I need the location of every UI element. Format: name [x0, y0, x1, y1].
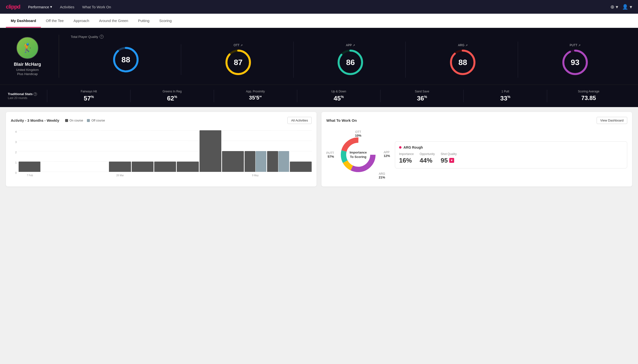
score-value-putt: 93	[571, 58, 579, 67]
donut-chart-area: OTT 10% APP 12% ARG 21% PUTT 57%	[326, 128, 390, 182]
player-country: United Kingdom	[16, 68, 39, 72]
legend-off-course: Off course	[87, 119, 105, 122]
stat-fairways-hit: Fairways Hit 57%	[47, 90, 130, 102]
user-icon[interactable]: 👤 ▾	[622, 4, 632, 10]
nav-performance[interactable]: Performance ▾	[28, 5, 52, 9]
bar-on-course-10	[245, 151, 255, 172]
bar-on-course-5	[132, 162, 153, 172]
on-course-dot	[65, 119, 68, 122]
score-overall: 88	[71, 44, 181, 75]
bars-area: 7 Feb28 Mar9 May	[19, 128, 312, 177]
score-ott: OTT↗ 87	[183, 42, 294, 78]
bar-on-course-0	[19, 162, 40, 172]
donut-center-text: ImportanceTo Scoring	[350, 150, 367, 159]
bar-group-7	[177, 130, 198, 172]
bars-container	[19, 130, 312, 172]
nav-right: ⊕ ▾ 👤 ▾	[610, 4, 632, 10]
score-arg: ARG↗ 88	[408, 42, 518, 78]
bar-off-course-10	[256, 151, 266, 172]
bar-on-course-6	[154, 162, 176, 172]
add-icon[interactable]: ⊕ ▾	[610, 4, 618, 10]
y-label-2: 2	[11, 151, 17, 154]
tab-putting[interactable]: Putting	[133, 14, 154, 28]
bar-on-course-9	[222, 151, 244, 172]
score-label-arg: ARG↗	[458, 44, 468, 47]
score-value-ott: 87	[234, 58, 243, 67]
metric-importance: Importance 16%	[399, 152, 414, 164]
traditional-stats-sub: Last 20 rounds	[8, 96, 37, 100]
tab-approach[interactable]: Approach	[69, 14, 94, 28]
circle-ott: 87	[225, 49, 252, 76]
stat-scoring-avg: Scoring Average 73.85	[547, 90, 630, 102]
traditional-stats-label: Traditional Stats ?	[8, 92, 37, 96]
bar-group-3	[86, 130, 108, 172]
score-label-app: APP↗	[346, 44, 355, 47]
help-icon[interactable]: ?	[100, 35, 104, 38]
bar-on-course-11	[267, 151, 278, 172]
donut-label-putt: PUTT 57%	[326, 151, 334, 158]
donut-label-app: APP 12%	[384, 150, 390, 158]
x-label-4: 28 Mar	[109, 174, 131, 177]
bar-group-12	[290, 130, 312, 172]
player-info: 🏌️ Blair McHarg United Kingdom Plus Hand…	[8, 37, 47, 76]
bottom-section: Activity - 3 Months - Weekly On course O…	[0, 107, 638, 192]
donut-svg-container: ImportanceTo Scoring	[339, 135, 378, 174]
wtwo-body: OTT 10% APP 12% ARG 21% PUTT 57%	[326, 128, 627, 182]
score-app: APP↗ 86	[296, 42, 406, 78]
bar-group-4	[109, 130, 131, 172]
tab-scoring[interactable]: Scoring	[154, 14, 176, 28]
stats-row: Traditional Stats ? Last 20 rounds Fairw…	[0, 84, 638, 107]
stat-one-putt: 1 Putt 33%	[464, 90, 547, 102]
score-value-overall: 88	[121, 55, 130, 64]
stat-up-down: Up & Down 45%	[297, 90, 380, 102]
all-activities-button[interactable]: All Activities	[287, 117, 312, 124]
chevron-down-icon: ▾	[50, 5, 52, 9]
bar-on-course-12	[290, 162, 312, 172]
tpq-label: Total Player Quality ?	[71, 35, 630, 38]
hero-section: 🏌️ Blair McHarg United Kingdom Plus Hand…	[0, 28, 638, 84]
activity-card-header: Activity - 3 Months - Weekly On course O…	[11, 117, 312, 124]
bar-group-10	[245, 130, 266, 172]
metric-importance-value: 16%	[399, 157, 414, 164]
avatar: 🏌️	[17, 37, 39, 59]
metric-opportunity-value: 44%	[420, 157, 435, 164]
stats-items: Fairways Hit 57% Greens In Reg 62% App. …	[47, 90, 630, 102]
tab-around-the-green[interactable]: Around the Green	[94, 14, 133, 28]
nav-what-to-work-on[interactable]: What To Work On	[82, 5, 111, 9]
bar-group-2	[64, 130, 86, 172]
bar-group-1	[41, 130, 63, 172]
x-label-0: 7 Feb	[19, 174, 41, 177]
y-axis: 0 1 2 3 4	[11, 130, 17, 174]
info-metrics: Importance 16% Opportunity 44% Shot Qual…	[399, 152, 623, 164]
score-value-arg: 88	[458, 58, 467, 67]
y-label-3: 3	[11, 140, 17, 144]
bar-group-8	[199, 130, 221, 172]
view-dashboard-button[interactable]: View Dashboard	[597, 117, 627, 124]
bar-group-11	[267, 130, 289, 172]
tab-bar: My Dashboard Off the Tee Approach Around…	[0, 14, 638, 28]
logo[interactable]: clippd	[6, 4, 20, 10]
nav-left: clippd Performance ▾ Activities What To …	[6, 4, 111, 10]
score-label-ott: OTT↗	[234, 44, 243, 47]
divider	[59, 35, 59, 78]
score-label-putt: PUTT↗	[570, 44, 580, 47]
activity-card: Activity - 3 Months - Weekly On course O…	[6, 112, 317, 186]
circle-putt: 93	[562, 49, 588, 76]
tab-off-the-tee[interactable]: Off the Tee	[41, 14, 69, 28]
down-arrow-badge: ▼	[449, 158, 454, 163]
chart-legend: On course Off course	[65, 119, 105, 122]
stats-help-icon[interactable]: ?	[34, 92, 37, 96]
stat-greens-in-reg: Greens In Reg 62%	[130, 90, 214, 102]
bar-chart: 0 1 2 3 4	[11, 128, 312, 182]
score-circles: 88 OTT↗ 87 APP↗	[71, 42, 630, 78]
legend-on-course: On course	[65, 119, 83, 122]
metric-opportunity: Opportunity 44%	[420, 152, 435, 164]
nav-activities[interactable]: Activities	[60, 5, 74, 9]
metric-shot-quality-value: 95 ▼	[441, 157, 457, 164]
tab-my-dashboard[interactable]: My Dashboard	[6, 14, 41, 28]
bar-group-6	[154, 130, 176, 172]
info-card-title: ARG Rough	[399, 146, 623, 149]
circle-app: 86	[337, 49, 364, 76]
bar-on-course-7	[177, 162, 198, 172]
circle-arg: 88	[449, 49, 476, 76]
